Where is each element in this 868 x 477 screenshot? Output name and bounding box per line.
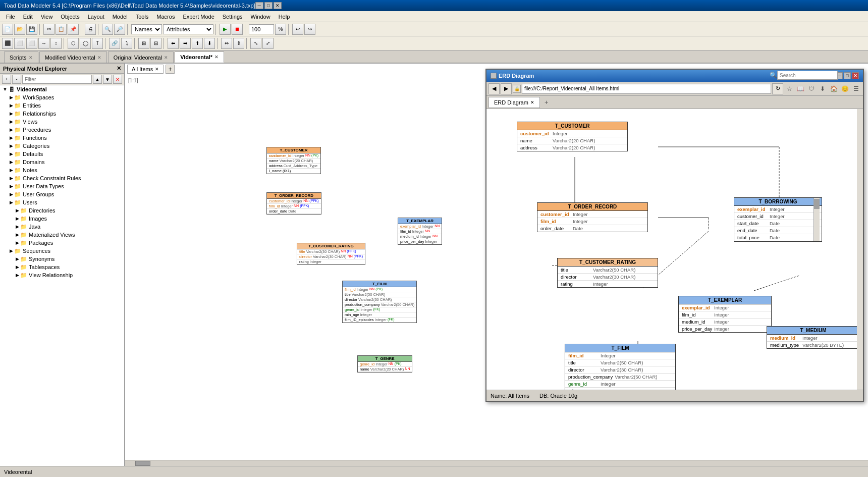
erd-url-bar[interactable] <box>522 84 771 94</box>
tb-paste[interactable]: 📌 <box>68 24 79 35</box>
tree-java-toggle[interactable]: ▶ <box>14 224 20 230</box>
tb-zoom-pct[interactable]: % <box>275 24 286 35</box>
tab-videorental[interactable]: Videorental* ✕ <box>175 51 224 63</box>
menu-settings[interactable]: Settings <box>219 13 247 21</box>
tab-scripts[interactable]: Scripts ✕ <box>4 51 38 63</box>
tree-user-data-types[interactable]: ▶ User Data Types <box>0 182 124 190</box>
erd-maximize-btn[interactable]: □ <box>844 72 851 79</box>
tree-domains-toggle[interactable]: ▶ <box>8 159 14 165</box>
tree-packages[interactable]: ▶ Packages <box>0 239 124 247</box>
tab-original-close[interactable]: ✕ <box>164 55 168 60</box>
erd-refresh-btn[interactable]: ↻ <box>772 83 783 94</box>
tree-mat-views[interactable]: ▶ Materialized Views <box>0 231 124 239</box>
canvas-t-film[interactable]: T_FILM film_id Integer NN (PK) title Var… <box>342 281 417 323</box>
filter-up[interactable]: ▲ <box>93 75 102 84</box>
tb2-4[interactable]: ↔ <box>38 38 49 49</box>
tree-notes-toggle[interactable]: ▶ <box>8 167 14 173</box>
tb-zoom-in[interactable]: 🔍 <box>102 24 113 35</box>
minimize-button[interactable]: ─ <box>255 2 263 9</box>
names-dropdown[interactable]: Names <box>131 24 162 34</box>
tree-collapse-all[interactable]: - <box>12 75 21 84</box>
canvas-horizontal-scrollbar[interactable] <box>125 460 868 466</box>
menu-objects[interactable]: Objects <box>57 13 83 21</box>
tb-zoom-out[interactable]: 🔎 <box>114 24 125 35</box>
tree-relationships[interactable]: ▶ Relationships <box>0 110 124 118</box>
tree-java[interactable]: ▶ Java <box>0 223 124 231</box>
all-items-tab-close[interactable]: ✕ <box>155 67 159 72</box>
erd-menu-icon[interactable]: ☰ <box>851 84 861 94</box>
tb-undo[interactable]: ↩ <box>292 24 303 35</box>
tree-syn-toggle[interactable]: ▶ <box>14 256 20 262</box>
canvas-t-genre[interactable]: T_GENRE genre_id Integer NN (PK) name Va… <box>357 355 412 373</box>
tree-workspaces[interactable]: ▶ WorkSpaces <box>0 93 124 101</box>
tree-entities[interactable]: ▶ Entities <box>0 101 124 110</box>
erd-search-input[interactable] <box>777 71 838 80</box>
tree-functions-toggle[interactable]: ▶ <box>8 135 14 141</box>
tree-mv-toggle[interactable]: ▶ <box>14 232 20 238</box>
tree-pkg-toggle[interactable]: ▶ <box>14 240 20 246</box>
erd-forward-btn[interactable]: ▶ <box>501 83 512 94</box>
erd-medium-table[interactable]: T_MEDIUM medium_id Integer medium_type V… <box>767 326 860 349</box>
erd-canvas[interactable]: T_CUSTOMER customer_id Integer name Varc… <box>486 109 863 390</box>
tree-view-relationship[interactable]: ▶ View Relationship <box>0 271 124 279</box>
tab-modified-close[interactable]: ✕ <box>97 55 101 60</box>
erd-customer-table[interactable]: T_CUSTOMER customer_id Integer name Varc… <box>517 122 628 151</box>
tb2-12[interactable]: ⊟ <box>150 38 161 49</box>
tree-check-constraint[interactable]: ▶ Check Constraint Rules <box>0 174 124 182</box>
tb-new[interactable]: 📄 <box>2 24 13 35</box>
tree-root[interactable]: ▼ 🗄 Videorental <box>0 85 124 93</box>
erd-close-btn[interactable]: ✕ <box>852 72 859 79</box>
canvas-t-crating[interactable]: T_CUSTOMER_RATING title Varchar2(30 CHAR… <box>297 243 365 265</box>
tb-copy[interactable]: 📋 <box>56 24 67 35</box>
tree-categories-toggle[interactable]: ▶ <box>8 143 14 149</box>
tree-domains[interactable]: ▶ Domains <box>0 158 124 166</box>
filter-down[interactable]: ▼ <box>103 75 112 84</box>
tb2-size1[interactable]: ⤡ <box>250 38 261 49</box>
menu-expert-mode[interactable]: Expert Mode <box>179 13 218 21</box>
tree-udt-toggle[interactable]: ▶ <box>8 183 14 189</box>
menu-help[interactable]: Help <box>275 13 294 21</box>
erd-add-tab[interactable]: + <box>542 98 551 107</box>
canvas-t-customer[interactable]: T_CUSTOMER customer_id Integer NN (PK) n… <box>266 147 321 174</box>
menu-file[interactable]: File <box>2 13 19 21</box>
left-panel-close-icon[interactable]: ✕ <box>117 65 121 72</box>
menu-edit[interactable]: Edit <box>19 13 37 21</box>
tb2-size2[interactable]: ⤢ <box>262 38 274 49</box>
erd-smiley-icon[interactable]: 😊 <box>840 84 850 94</box>
all-items-tab[interactable]: All Items ✕ <box>127 65 164 74</box>
canvas-t-exemplar[interactable]: T_EXEMPLAR exemplar_id Integer NN film_i… <box>398 218 442 245</box>
canvas-area[interactable]: All Items ✕ + [1:1] T_CUSTOMER customer_… <box>125 64 868 466</box>
maximize-button[interactable]: □ <box>264 2 273 9</box>
tree-vr-toggle[interactable]: ▶ <box>14 272 20 278</box>
tb2-align1[interactable]: ⬅ <box>168 38 179 49</box>
tree-expand-all[interactable]: + <box>2 75 11 84</box>
tb2-8[interactable]: T <box>92 38 103 49</box>
tb-stop[interactable]: ⏹ <box>232 24 243 35</box>
tree-relationships-toggle[interactable]: ▶ <box>8 111 14 117</box>
tb2-3[interactable]: ⬜ <box>26 38 37 49</box>
borrowing-scrollbar[interactable] <box>813 198 820 241</box>
tb-run[interactable]: ▶ <box>220 24 231 35</box>
tree-views-toggle[interactable]: ▶ <box>8 119 14 125</box>
tree-directories[interactable]: ▶ Directories <box>0 206 124 215</box>
filter-clear[interactable]: ✕ <box>113 75 122 84</box>
erd-back-btn[interactable]: ◀ <box>489 83 500 94</box>
tb2-11[interactable]: ⊞ <box>138 38 149 49</box>
menu-tools[interactable]: Tools <box>132 13 153 21</box>
close-button[interactable]: ✕ <box>274 2 282 9</box>
tb-redo[interactable]: ↪ <box>304 24 315 35</box>
tree-dir-toggle[interactable]: ▶ <box>14 207 20 214</box>
erd-film-table[interactable]: T_FILM film_id Integer title Varchar2(50… <box>565 344 676 390</box>
canvas-t-order[interactable]: T_ORDER_RECORD customer_id Integer NN (P… <box>266 192 321 215</box>
tree-users[interactable]: ▶ Users <box>0 198 124 206</box>
erd-home-icon[interactable]: 🏠 <box>829 84 839 94</box>
tree-categories[interactable]: ▶ Categories <box>0 142 124 150</box>
attributes-dropdown[interactable]: Attributes <box>163 24 213 34</box>
tree-notes[interactable]: ▶ Notes <box>0 166 124 174</box>
tree-ug-toggle[interactable]: ▶ <box>8 191 14 197</box>
erd-tab-diagram[interactable]: ERD Diagram ✕ <box>489 97 540 108</box>
tree-users-toggle[interactable]: ▶ <box>8 199 14 205</box>
tree-defaults-toggle[interactable]: ▶ <box>8 151 14 157</box>
tab-modified-videorental[interactable]: Modified Videorental ✕ <box>39 51 107 63</box>
tb2-9[interactable]: 🔗 <box>109 38 120 49</box>
